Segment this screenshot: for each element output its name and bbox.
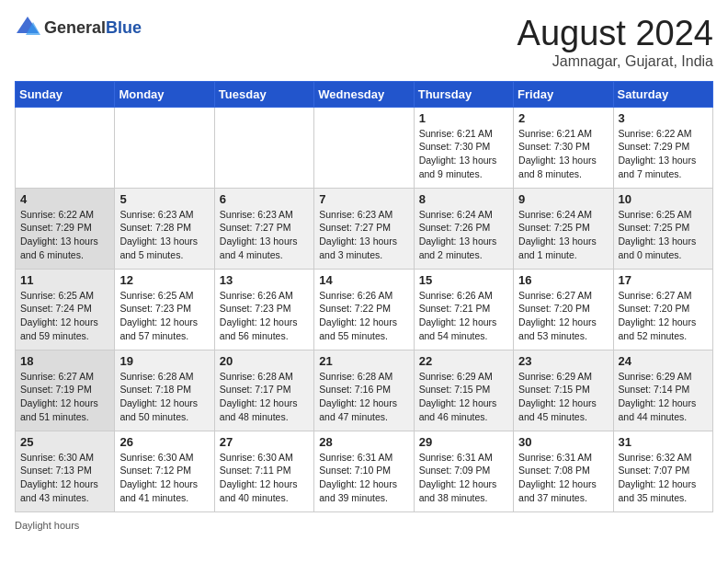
header-saturday: Saturday: [613, 81, 712, 107]
page-header: GeneralBlue August 2024 Jamnagar, Gujara…: [15, 15, 713, 70]
table-cell: [314, 107, 414, 188]
day-info: Sunrise: 6:21 AM Sunset: 7:30 PM Dayligh…: [518, 127, 608, 181]
table-cell: 6Sunrise: 6:23 AM Sunset: 7:27 PM Daylig…: [214, 188, 313, 269]
day-info: Sunrise: 6:24 AM Sunset: 7:26 PM Dayligh…: [419, 208, 508, 262]
table-cell: 25Sunrise: 6:30 AM Sunset: 7:13 PM Dayli…: [16, 431, 115, 511]
day-number: 29: [419, 435, 508, 449]
day-info: Sunrise: 6:29 AM Sunset: 7:15 PM Dayligh…: [518, 370, 608, 424]
day-info: Sunrise: 6:29 AM Sunset: 7:14 PM Dayligh…: [619, 370, 708, 424]
day-number: 20: [220, 354, 309, 368]
day-number: 4: [20, 192, 109, 206]
day-number: 16: [518, 273, 608, 287]
day-number: 19: [119, 354, 209, 368]
day-number: 12: [119, 273, 209, 287]
day-info: Sunrise: 6:29 AM Sunset: 7:15 PM Dayligh…: [419, 370, 508, 424]
header-thursday: Thursday: [414, 81, 513, 107]
table-cell: 31Sunrise: 6:32 AM Sunset: 7:07 PM Dayli…: [613, 431, 712, 511]
day-number: 23: [518, 354, 608, 368]
day-number: 27: [220, 435, 309, 449]
calendar-header: SundayMondayTuesdayWednesdayThursdayFrid…: [16, 81, 713, 107]
day-number: 18: [20, 354, 109, 368]
table-cell: 8Sunrise: 6:24 AM Sunset: 7:26 PM Daylig…: [414, 188, 513, 269]
day-number: 24: [619, 354, 708, 368]
day-info: Sunrise: 6:23 AM Sunset: 7:28 PM Dayligh…: [119, 208, 209, 262]
week-row-2: 11Sunrise: 6:25 AM Sunset: 7:24 PM Dayli…: [16, 269, 713, 350]
week-row-0: 1Sunrise: 6:21 AM Sunset: 7:30 PM Daylig…: [16, 107, 713, 188]
day-info: Sunrise: 6:25 AM Sunset: 7:24 PM Dayligh…: [20, 289, 109, 343]
table-cell: 7Sunrise: 6:23 AM Sunset: 7:27 PM Daylig…: [314, 188, 414, 269]
footer-text: Daylight hours: [15, 520, 79, 531]
day-info: Sunrise: 6:26 AM Sunset: 7:23 PM Dayligh…: [220, 289, 309, 343]
day-number: 14: [319, 273, 408, 287]
table-cell: 30Sunrise: 6:31 AM Sunset: 7:08 PM Dayli…: [514, 431, 613, 511]
table-cell: 22Sunrise: 6:29 AM Sunset: 7:15 PM Dayli…: [414, 350, 513, 431]
day-number: 11: [20, 273, 109, 287]
logo: GeneralBlue: [15, 15, 142, 40]
day-number: 22: [419, 354, 508, 368]
table-cell: 3Sunrise: 6:22 AM Sunset: 7:29 PM Daylig…: [613, 107, 712, 188]
day-info: Sunrise: 6:30 AM Sunset: 7:13 PM Dayligh…: [20, 451, 109, 505]
day-number: 15: [419, 273, 508, 287]
day-number: 9: [518, 192, 608, 206]
header-monday: Monday: [115, 81, 214, 107]
table-cell: 24Sunrise: 6:29 AM Sunset: 7:14 PM Dayli…: [613, 350, 712, 431]
footer: Daylight hours: [15, 520, 713, 531]
calendar-subtitle: Jamnagar, Gujarat, India: [518, 53, 713, 70]
calendar-title: August 2024: [518, 15, 713, 53]
day-info: Sunrise: 6:28 AM Sunset: 7:18 PM Dayligh…: [119, 370, 209, 424]
day-info: Sunrise: 6:24 AM Sunset: 7:25 PM Dayligh…: [518, 208, 608, 262]
table-cell: 16Sunrise: 6:27 AM Sunset: 7:20 PM Dayli…: [514, 269, 613, 350]
day-info: Sunrise: 6:25 AM Sunset: 7:25 PM Dayligh…: [619, 208, 708, 262]
week-row-4: 25Sunrise: 6:30 AM Sunset: 7:13 PM Dayli…: [16, 431, 713, 511]
title-block: August 2024 Jamnagar, Gujarat, India: [518, 15, 713, 70]
day-info: Sunrise: 6:30 AM Sunset: 7:11 PM Dayligh…: [220, 451, 309, 505]
header-tuesday: Tuesday: [214, 81, 313, 107]
day-number: 25: [20, 435, 109, 449]
table-cell: 18Sunrise: 6:27 AM Sunset: 7:19 PM Dayli…: [16, 350, 115, 431]
day-number: 5: [119, 192, 209, 206]
table-cell: 29Sunrise: 6:31 AM Sunset: 7:09 PM Dayli…: [414, 431, 513, 511]
table-cell: 23Sunrise: 6:29 AM Sunset: 7:15 PM Dayli…: [514, 350, 613, 431]
header-friday: Friday: [514, 81, 613, 107]
table-cell: 20Sunrise: 6:28 AM Sunset: 7:17 PM Dayli…: [214, 350, 313, 431]
table-cell: 10Sunrise: 6:25 AM Sunset: 7:25 PM Dayli…: [613, 188, 712, 269]
table-cell: [214, 107, 313, 188]
day-number: 21: [319, 354, 408, 368]
table-cell: 9Sunrise: 6:24 AM Sunset: 7:25 PM Daylig…: [514, 188, 613, 269]
day-number: 1: [419, 111, 508, 125]
day-info: Sunrise: 6:21 AM Sunset: 7:30 PM Dayligh…: [419, 127, 508, 181]
day-info: Sunrise: 6:31 AM Sunset: 7:10 PM Dayligh…: [319, 451, 408, 505]
day-info: Sunrise: 6:32 AM Sunset: 7:07 PM Dayligh…: [619, 451, 708, 505]
table-cell: 13Sunrise: 6:26 AM Sunset: 7:23 PM Dayli…: [214, 269, 313, 350]
table-cell: 27Sunrise: 6:30 AM Sunset: 7:11 PM Dayli…: [214, 431, 313, 511]
day-number: 3: [619, 111, 708, 125]
table-cell: 5Sunrise: 6:23 AM Sunset: 7:28 PM Daylig…: [115, 188, 214, 269]
table-cell: 11Sunrise: 6:25 AM Sunset: 7:24 PM Dayli…: [16, 269, 115, 350]
day-info: Sunrise: 6:23 AM Sunset: 7:27 PM Dayligh…: [220, 208, 309, 262]
day-number: 2: [518, 111, 608, 125]
day-number: 7: [319, 192, 408, 206]
day-info: Sunrise: 6:22 AM Sunset: 7:29 PM Dayligh…: [619, 127, 708, 181]
day-info: Sunrise: 6:25 AM Sunset: 7:23 PM Dayligh…: [119, 289, 209, 343]
day-info: Sunrise: 6:30 AM Sunset: 7:12 PM Dayligh…: [119, 451, 209, 505]
day-number: 31: [619, 435, 708, 449]
header-wednesday: Wednesday: [314, 81, 414, 107]
table-cell: 26Sunrise: 6:30 AM Sunset: 7:12 PM Dayli…: [115, 431, 214, 511]
day-number: 8: [419, 192, 508, 206]
table-cell: 1Sunrise: 6:21 AM Sunset: 7:30 PM Daylig…: [414, 107, 513, 188]
week-row-3: 18Sunrise: 6:27 AM Sunset: 7:19 PM Dayli…: [16, 350, 713, 431]
day-info: Sunrise: 6:23 AM Sunset: 7:27 PM Dayligh…: [319, 208, 408, 262]
week-row-1: 4Sunrise: 6:22 AM Sunset: 7:29 PM Daylig…: [16, 188, 713, 269]
header-row: SundayMondayTuesdayWednesdayThursdayFrid…: [16, 81, 713, 107]
logo-icon: [15, 15, 40, 40]
table-cell: 4Sunrise: 6:22 AM Sunset: 7:29 PM Daylig…: [16, 188, 115, 269]
day-info: Sunrise: 6:28 AM Sunset: 7:16 PM Dayligh…: [319, 370, 408, 424]
header-sunday: Sunday: [16, 81, 115, 107]
day-number: 17: [619, 273, 708, 287]
day-number: 28: [319, 435, 408, 449]
day-info: Sunrise: 6:28 AM Sunset: 7:17 PM Dayligh…: [220, 370, 309, 424]
day-number: 26: [119, 435, 209, 449]
table-cell: 28Sunrise: 6:31 AM Sunset: 7:10 PM Dayli…: [314, 431, 414, 511]
table-cell: 2Sunrise: 6:21 AM Sunset: 7:30 PM Daylig…: [514, 107, 613, 188]
calendar-body: 1Sunrise: 6:21 AM Sunset: 7:30 PM Daylig…: [16, 107, 713, 511]
